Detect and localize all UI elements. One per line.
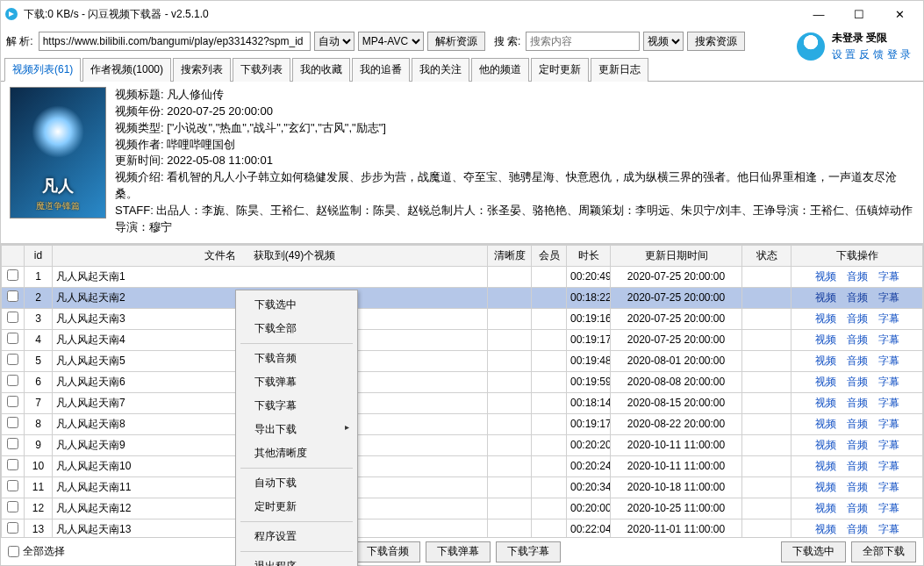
user-link[interactable]: 登 录: [887, 48, 911, 61]
op-link[interactable]: 音频: [847, 355, 868, 367]
tab[interactable]: 更新日志: [591, 58, 648, 82]
op-link[interactable]: 字幕: [878, 502, 899, 514]
tab[interactable]: 我的关注: [412, 58, 469, 82]
table-row[interactable]: 1 凡人风起天南1 00:20:49 2020-07-25 20:00:00 视…: [2, 266, 923, 287]
op-link[interactable]: 字幕: [878, 291, 899, 304]
minimize-button[interactable]: —: [799, 1, 839, 27]
table-row[interactable]: 13 凡人风起天南13 00:22:04 2020-11-01 11:00:00…: [2, 519, 923, 537]
menu-item[interactable]: 退出程序: [239, 555, 355, 566]
bottom-button[interactable]: 下载选中: [781, 541, 846, 562]
menu-item[interactable]: 定时更新: [239, 495, 355, 519]
user-link[interactable]: 设 置: [832, 48, 856, 61]
op-link[interactable]: 视频: [815, 481, 836, 493]
table-row[interactable]: 5 凡人风起天南5 00:19:48 2020-08-01 20:00:00 视…: [2, 350, 923, 371]
menu-item[interactable]: 下载字幕: [239, 394, 355, 418]
op-link[interactable]: 字幕: [878, 270, 899, 283]
row-checkbox[interactable]: [7, 501, 18, 512]
row-checkbox[interactable]: [7, 480, 18, 491]
select-all-checkbox[interactable]: 全部选择: [8, 544, 65, 559]
parse-button[interactable]: 解析资源: [427, 32, 485, 51]
op-link[interactable]: 音频: [847, 312, 868, 325]
table-row[interactable]: 11 凡人风起天南11 00:20:34 2020-10-18 11:00:00…: [2, 476, 923, 498]
op-link[interactable]: 字幕: [878, 460, 899, 472]
op-link[interactable]: 音频: [847, 523, 868, 535]
col-update[interactable]: 更新日期时间: [611, 245, 742, 266]
url-input[interactable]: [39, 32, 311, 51]
search-button[interactable]: 搜索资源: [687, 32, 745, 51]
tab[interactable]: 他的频道: [471, 58, 529, 82]
op-link[interactable]: 视频: [815, 376, 836, 388]
tab[interactable]: 定时更新: [531, 58, 589, 82]
menu-item[interactable]: 下载弹幕: [239, 370, 355, 394]
op-link[interactable]: 音频: [847, 376, 868, 388]
menu-item[interactable]: 自动下载: [239, 471, 355, 495]
table-row[interactable]: 4 凡人风起天南4 00:19:17 2020-07-25 20:00:00 视…: [2, 329, 923, 350]
table-row[interactable]: 3 凡人风起天南3 00:19:16 2020-07-25 20:00:00 视…: [2, 308, 923, 329]
op-link[interactable]: 字幕: [878, 312, 899, 325]
col-operation[interactable]: 下载操作: [791, 245, 923, 266]
tab[interactable]: 搜索列表: [173, 58, 231, 82]
bottom-button[interactable]: 下载弹幕: [426, 541, 491, 562]
op-link[interactable]: 音频: [847, 481, 868, 493]
op-link[interactable]: 音频: [847, 418, 868, 430]
op-link[interactable]: 视频: [815, 333, 836, 346]
menu-item[interactable]: 导出下载: [239, 418, 355, 441]
col-vip[interactable]: 会员: [532, 245, 567, 266]
col-checkbox[interactable]: [2, 245, 25, 266]
bottom-button[interactable]: 下载音频: [355, 541, 420, 562]
col-quality[interactable]: 清晰度: [488, 245, 532, 266]
format-select[interactable]: MP4-AVC: [358, 32, 424, 51]
menu-item[interactable]: 其他清晰度: [239, 441, 355, 465]
op-link[interactable]: 音频: [847, 397, 868, 409]
menu-item[interactable]: 下载全部: [239, 317, 355, 340]
op-link[interactable]: 视频: [815, 439, 836, 451]
op-link[interactable]: 音频: [847, 502, 868, 514]
row-checkbox[interactable]: [7, 290, 18, 302]
tab[interactable]: 下载列表: [233, 58, 290, 82]
row-checkbox[interactable]: [7, 396, 18, 407]
col-filename[interactable]: 文件名 获取到(49)个视频: [53, 245, 488, 266]
op-link[interactable]: 视频: [815, 523, 836, 535]
op-link[interactable]: 视频: [815, 460, 836, 472]
search-type-select[interactable]: 视频: [643, 32, 684, 51]
bottom-button[interactable]: 全部下载: [851, 541, 916, 562]
op-link[interactable]: 音频: [847, 439, 868, 451]
row-checkbox[interactable]: [7, 269, 18, 281]
table-row[interactable]: 2 凡人风起天南2 00:18:22 2020-07-25 20:00:00 视…: [2, 287, 923, 308]
op-link[interactable]: 视频: [815, 270, 836, 283]
op-link[interactable]: 视频: [815, 502, 836, 514]
op-link[interactable]: 音频: [847, 333, 868, 346]
table-row[interactable]: 10 凡人风起天南10 00:20:24 2020-10-11 11:00:00…: [2, 455, 923, 476]
op-link[interactable]: 字幕: [878, 523, 899, 535]
close-button[interactable]: ✕: [879, 1, 920, 27]
table-row[interactable]: 9 凡人风起天南9 00:20:20 2020-10-11 11:00:00 视…: [2, 434, 923, 455]
mode-select[interactable]: 自动: [314, 32, 355, 51]
row-checkbox[interactable]: [7, 438, 18, 449]
op-link[interactable]: 字幕: [878, 355, 899, 367]
row-checkbox[interactable]: [7, 459, 18, 470]
table-row[interactable]: 7 凡人风起天南7 00:18:14 2020-08-15 20:00:00 视…: [2, 392, 923, 413]
op-link[interactable]: 字幕: [878, 418, 899, 430]
op-link[interactable]: 视频: [815, 418, 836, 430]
op-link[interactable]: 视频: [815, 291, 836, 304]
tab[interactable]: 我的追番: [352, 58, 410, 82]
op-link[interactable]: 音频: [847, 460, 868, 472]
tab[interactable]: 视频列表(61): [4, 58, 81, 82]
row-checkbox[interactable]: [7, 417, 18, 428]
menu-item[interactable]: 程序设置: [239, 525, 355, 548]
op-link[interactable]: 视频: [815, 355, 836, 367]
menu-item[interactable]: 下载选中: [239, 293, 355, 317]
tab[interactable]: 作者视频(1000): [82, 58, 171, 82]
op-link[interactable]: 视频: [815, 397, 836, 409]
op-link[interactable]: 字幕: [878, 333, 899, 346]
user-link[interactable]: 反 馈: [859, 48, 883, 61]
user-avatar-icon[interactable]: [797, 32, 825, 61]
menu-item[interactable]: 下载音频: [239, 347, 355, 370]
maximize-button[interactable]: ☐: [839, 1, 879, 27]
col-id[interactable]: id: [25, 245, 53, 266]
table-row[interactable]: 6 凡人风起天南6 00:19:59 2020-08-08 20:00:00 视…: [2, 371, 923, 392]
op-link[interactable]: 音频: [847, 291, 868, 304]
op-link[interactable]: 音频: [847, 270, 868, 283]
op-link[interactable]: 字幕: [878, 481, 899, 493]
row-checkbox[interactable]: [7, 375, 18, 386]
